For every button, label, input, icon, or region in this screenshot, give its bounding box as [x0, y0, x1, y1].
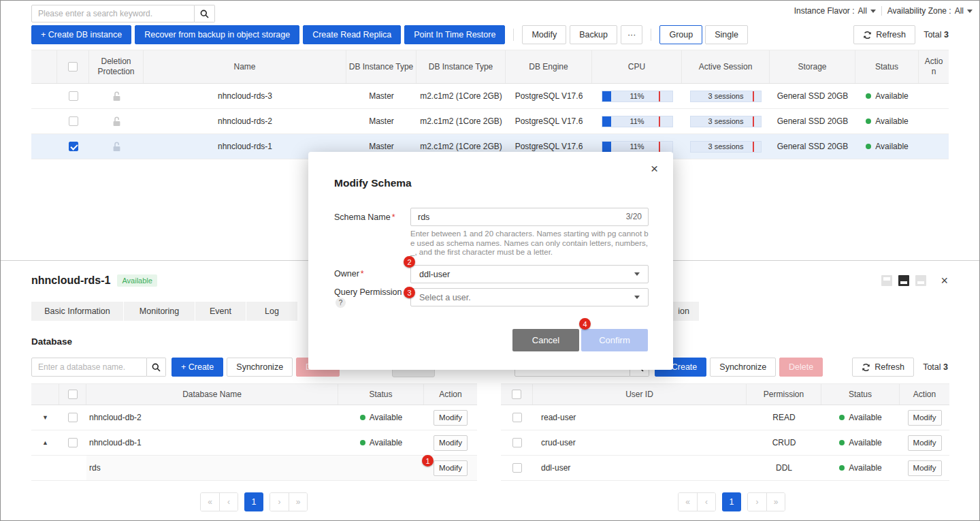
user-row: read-user READ Available Modify [501, 405, 949, 430]
user-modify-button[interactable]: Modify [908, 410, 942, 426]
help-icon[interactable]: ? [336, 298, 346, 308]
unlock-icon [112, 91, 121, 101]
modify-instance-button[interactable]: Modify [522, 25, 566, 44]
keyword-search-input[interactable] [31, 5, 195, 22]
page-next-button[interactable]: › [270, 493, 289, 511]
user-permission: CRUD [747, 430, 821, 455]
instance-name: nhncloud-rds-2 [144, 109, 346, 133]
detail-close-icon[interactable]: × [941, 274, 948, 287]
page-current[interactable]: 1 [244, 492, 263, 511]
status-text: Available [849, 438, 881, 447]
row-checkbox[interactable] [69, 142, 78, 151]
schema-subrow: rds Modify [31, 456, 477, 481]
tab-basic-information[interactable]: Basic Information [31, 302, 123, 321]
row-checkbox[interactable] [512, 413, 522, 422]
schema-name-input[interactable] [410, 208, 649, 226]
create-db-instance-button[interactable]: + Create DB instance [31, 25, 131, 44]
create-read-replica-button[interactable]: Create Read Replica [303, 25, 401, 44]
owner-select-value: ddl-user [419, 270, 450, 279]
expand-expanded-icon[interactable]: ▲ [42, 439, 48, 446]
user-modify-button[interactable]: Modify [908, 460, 942, 476]
select-all-checkbox[interactable] [68, 390, 78, 399]
keyword-search-button[interactable] [195, 5, 215, 22]
callout-badge-3: 3 [404, 287, 415, 298]
page-current[interactable]: 1 [722, 492, 741, 511]
user-permission: DDL [747, 456, 821, 480]
instance-flavor-filter[interactable]: Instance Flavor : All [794, 6, 876, 16]
more-actions-button[interactable]: ··· [621, 25, 643, 44]
availability-zone-filter[interactable]: Availability Zone : All [887, 6, 973, 16]
database-modify-button[interactable]: Modify [434, 410, 468, 426]
user-id: read-user [533, 405, 747, 430]
schema-modify-button[interactable]: Modify [434, 460, 468, 476]
select-all-checkbox[interactable] [68, 62, 78, 72]
page-first-button[interactable]: « [201, 493, 219, 511]
refresh-button[interactable]: Refresh [853, 25, 915, 44]
status-dot [360, 415, 365, 420]
database-modify-button[interactable]: Modify [434, 435, 468, 451]
confirm-button[interactable]: Confirm [581, 329, 648, 351]
panel-layout-full-icon[interactable] [915, 275, 926, 286]
header-action: Action [900, 384, 949, 405]
user-modify-button[interactable]: Modify [908, 435, 942, 451]
user-refresh-button[interactable]: Refresh [852, 358, 914, 377]
page-last-button[interactable]: » [766, 493, 785, 511]
panel-layout-bottom-icon[interactable] [898, 275, 909, 286]
status-text: Available [849, 463, 881, 473]
header-instance-type2: DB Instance Type [416, 50, 506, 83]
tab-monitoring[interactable]: Monitoring [124, 302, 195, 321]
select-all-checkbox[interactable] [512, 390, 521, 399]
filter-label: Availability Zone : [887, 6, 951, 16]
header-checkbox-cell [59, 384, 86, 405]
row-checkbox[interactable] [512, 463, 522, 473]
chevron-down-icon [870, 10, 876, 13]
instance-flavor: m2.c1m2 (1Core 2GB) [416, 84, 506, 108]
header-checkbox-cell [501, 384, 533, 405]
storage: General SSD 20GB [770, 84, 855, 108]
user-synchronize-button[interactable]: Synchronize [710, 358, 776, 377]
expand-collapsed-icon[interactable]: ▼ [42, 414, 48, 421]
page-first-button[interactable]: « [679, 493, 697, 511]
database-synchronize-button[interactable]: Synchronize [227, 358, 293, 377]
view-toggle-group[interactable]: Group [659, 25, 702, 44]
header-action: Action [424, 384, 477, 405]
owner-select[interactable]: ddl-user [410, 265, 649, 283]
cancel-button[interactable]: Cancel [512, 329, 579, 351]
detail-tabs: Basic Information Monitoring Event Log [31, 302, 297, 321]
row-checkbox[interactable] [512, 438, 522, 447]
row-checkbox[interactable] [69, 91, 78, 101]
row-checkbox[interactable] [69, 116, 78, 126]
row-checkbox[interactable] [68, 413, 78, 422]
database-search-button[interactable] [147, 358, 166, 377]
point-in-time-restore-button[interactable]: Point In Time Restore [404, 25, 505, 44]
instance-toolbar: + Create DB instance Recover from backup… [31, 25, 748, 44]
instance-name: nhncloud-rds-3 [144, 84, 346, 108]
user-permission: READ [747, 405, 821, 430]
page-prev-button[interactable]: ‹ [219, 493, 238, 511]
query-permission-label: Query Permission [334, 287, 402, 297]
page-prev-button[interactable]: ‹ [697, 493, 715, 511]
modal-close-icon[interactable]: × [651, 161, 658, 176]
tab-event[interactable]: Event [195, 302, 246, 321]
backup-button[interactable]: Backup [570, 25, 617, 44]
panel-layout-controls: × [881, 274, 948, 287]
unlock-icon [112, 142, 121, 152]
tab-log[interactable]: Log [246, 302, 297, 321]
query-permission-select[interactable]: Select a user. [410, 288, 649, 306]
panel-layout-top-icon[interactable] [881, 275, 892, 286]
database-create-button[interactable]: + Create [172, 358, 223, 377]
page-next-button[interactable]: › [748, 493, 766, 511]
view-toggle-single[interactable]: Single [705, 25, 748, 44]
owner-label: Owner* [334, 269, 364, 279]
recover-backup-button[interactable]: Recover from backup in object storage [135, 25, 299, 44]
chevron-down-icon [634, 272, 640, 276]
database-search-input[interactable] [31, 358, 147, 377]
status-text: Available [370, 413, 402, 422]
page-last-button[interactable]: » [289, 493, 307, 511]
status-dot [866, 119, 871, 124]
header-deletion-protection: Deletion Protection [89, 50, 144, 83]
cpu-gauge: 11% [602, 116, 673, 127]
user-delete-button[interactable]: Delete [779, 358, 823, 377]
header-checkbox-cell [57, 50, 89, 83]
row-checkbox[interactable] [68, 438, 78, 447]
